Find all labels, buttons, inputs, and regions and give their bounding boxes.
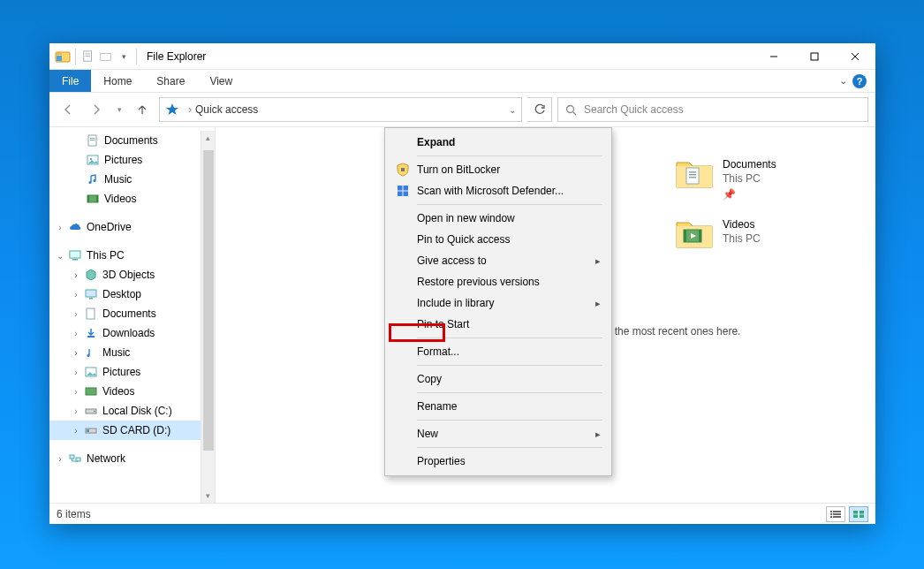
svg-rect-43 [689, 177, 696, 178]
sidebar-item-desktop[interactable]: ›Desktop [49, 284, 215, 304]
folder-item-videos[interactable]: VideosThis PC [675, 216, 875, 251]
menu-separator [417, 156, 602, 156]
scrollbar-thumb[interactable] [203, 150, 214, 451]
ribbon-collapse-icon[interactable]: ⌄ [839, 75, 847, 87]
expand-icon[interactable]: › [55, 223, 65, 232]
address-bar[interactable]: › Quick access ⌄ [159, 97, 522, 122]
svg-rect-6 [101, 53, 110, 60]
details-view-button[interactable] [826, 506, 845, 522]
expand-icon[interactable]: › [55, 454, 65, 464]
sidebar-item-music[interactable]: Music [49, 170, 215, 189]
close-button[interactable] [835, 43, 875, 70]
expand-icon[interactable]: › [71, 309, 81, 319]
recent-locations-button[interactable]: ▾ [113, 98, 125, 121]
sidebar-scrollbar[interactable]: ▴ ▾ [201, 131, 215, 503]
menu-properties[interactable]: Properties [387, 451, 610, 472]
explorer-body: Documents Pictures Music Videos ›OneDriv… [49, 126, 875, 503]
menu-pin-quick-access[interactable]: Pin to Quick access [387, 229, 610, 250]
menu-expand[interactable]: Expand [387, 132, 610, 153]
svg-rect-47 [684, 230, 686, 242]
sidebar-item-pictures[interactable]: Pictures [49, 150, 215, 170]
menu-defender[interactable]: Scan with Microsoft Defender... [387, 180, 610, 201]
address-dropdown-icon[interactable]: ⌄ [509, 105, 516, 115]
svg-rect-56 [833, 511, 841, 512]
menu-open-new-window[interactable]: Open in new window [387, 208, 610, 229]
svg-rect-60 [833, 516, 841, 518]
menu-format[interactable]: Format... [387, 341, 610, 362]
sidebar-item-pictures-pc[interactable]: ›Pictures [49, 362, 215, 382]
expand-icon[interactable]: › [71, 426, 81, 436]
sidebar-item-sd-card[interactable]: ›SD CARD (D:) [49, 421, 215, 440]
refresh-button[interactable] [527, 97, 552, 122]
svg-rect-29 [87, 336, 95, 338]
menu-give-access[interactable]: Give access to▸ [387, 250, 610, 271]
expand-icon[interactable]: › [71, 270, 81, 280]
tab-home[interactable]: Home [91, 70, 144, 92]
svg-line-13 [573, 111, 577, 115]
tree-label: Music [104, 173, 132, 186]
menu-include-library[interactable]: Include in library▸ [387, 292, 610, 314]
submenu-arrow-icon: ▸ [595, 298, 601, 309]
sidebar-item-music-pc[interactable]: ›Music [49, 343, 215, 362]
music-icon [83, 346, 99, 359]
menu-new[interactable]: New▸ [387, 423, 610, 444]
sidebar-item-local-disk[interactable]: ›Local Disk (C:) [49, 401, 215, 421]
properties-qat-icon[interactable] [80, 49, 96, 64]
expand-icon[interactable]: › [71, 406, 81, 416]
sidebar-item-videos-pc[interactable]: ›Videos [49, 382, 215, 401]
menu-pin-start[interactable]: Pin to Start [387, 314, 610, 335]
menu-copy[interactable]: Copy [387, 368, 610, 390]
file-explorer-window: ▾ File Explorer File Home Share View ⌄ ?… [49, 43, 875, 524]
sidebar-item-downloads-pc[interactable]: ›Downloads [49, 323, 215, 343]
folder-item-documents[interactable]: DocumentsThis PC📌 [675, 156, 875, 201]
expand-icon[interactable]: › [71, 329, 81, 338]
new-folder-qat-icon[interactable] [98, 49, 114, 64]
qat-dropdown-icon[interactable]: ▾ [116, 49, 132, 64]
sidebar-item-documents-pc[interactable]: ›Documents [49, 304, 215, 323]
search-box[interactable]: Search Quick access [557, 97, 868, 122]
svg-point-34 [94, 411, 95, 413]
forward-button[interactable] [85, 98, 108, 121]
expand-icon[interactable]: › [71, 348, 81, 358]
svg-rect-27 [89, 298, 93, 300]
tab-view[interactable]: View [197, 70, 245, 92]
svg-point-18 [90, 158, 92, 160]
expand-icon[interactable]: › [71, 290, 81, 300]
tree-label: Local Disk (C:) [102, 405, 172, 417]
menu-bitlocker[interactable]: Turn on BitLocker [387, 159, 610, 180]
breadcrumb-current[interactable]: Quick access [195, 103, 258, 116]
menu-restore-versions[interactable]: Restore previous versions [387, 271, 610, 292]
cube-icon [83, 269, 99, 281]
large-icons-view-button[interactable] [849, 506, 868, 522]
tree-label: OneDrive [87, 221, 132, 233]
minimize-button[interactable] [754, 43, 794, 70]
help-icon[interactable]: ? [852, 74, 867, 88]
menu-rename[interactable]: Rename [387, 396, 610, 417]
expand-icon[interactable]: › [71, 368, 81, 377]
tree-label: Downloads [102, 327, 155, 339]
svg-rect-26 [86, 290, 96, 297]
collapse-icon[interactable]: ⌄ [55, 251, 65, 261]
back-button[interactable] [57, 98, 80, 121]
svg-rect-22 [87, 195, 89, 202]
menu-separator [417, 420, 602, 421]
sidebar-item-network[interactable]: ›Network [49, 449, 215, 468]
sidebar-item-videos[interactable]: Videos [49, 189, 215, 209]
up-button[interactable] [131, 98, 154, 121]
scrollbar-up-icon[interactable]: ▴ [201, 131, 215, 145]
svg-rect-2 [57, 56, 62, 61]
sidebar-item-documents[interactable]: Documents [49, 131, 215, 150]
tab-file[interactable]: File [49, 70, 91, 92]
ribbon: File Home Share View ⌄ ? [49, 70, 875, 93]
svg-rect-32 [86, 388, 96, 395]
sidebar-item-onedrive[interactable]: ›OneDrive [49, 217, 215, 237]
svg-point-20 [93, 179, 95, 182]
scrollbar-down-icon[interactable]: ▾ [201, 489, 215, 503]
sidebar-item-3d-objects[interactable]: ›3D Objects [49, 265, 215, 284]
expand-icon[interactable]: › [71, 387, 81, 397]
maximize-button[interactable] [794, 43, 835, 70]
tab-share[interactable]: Share [144, 70, 197, 92]
svg-rect-51 [398, 186, 403, 191]
sidebar-item-this-pc[interactable]: ⌄This PC [49, 246, 215, 265]
documents-icon [83, 307, 99, 320]
